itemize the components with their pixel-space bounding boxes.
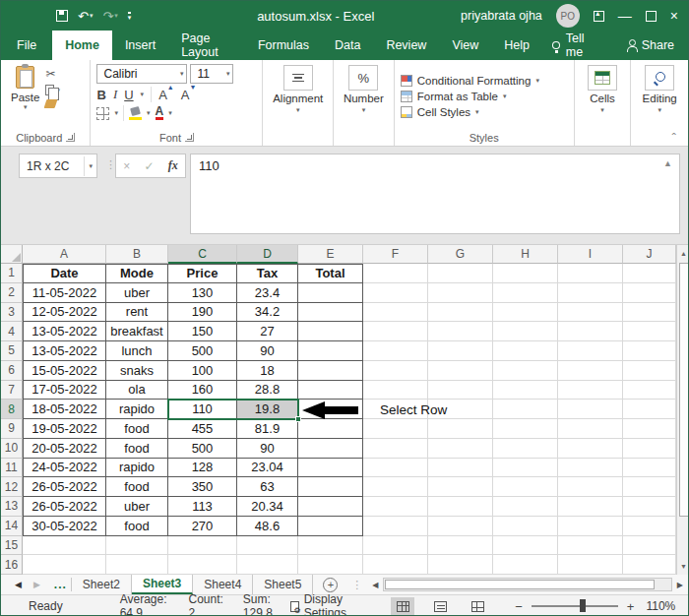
cell-F2[interactable] xyxy=(363,283,428,303)
cell-C11[interactable]: 128 xyxy=(168,459,237,478)
cell-B4[interactable]: breakfast xyxy=(106,322,168,341)
cell-F6[interactable] xyxy=(363,361,428,381)
sheet-tab-sheet5[interactable]: Sheet5 xyxy=(253,575,313,594)
cell-G16[interactable] xyxy=(428,555,493,575)
cell-H1[interactable] xyxy=(493,264,558,283)
format-painter-button[interactable] xyxy=(45,99,60,108)
cell-F7[interactable] xyxy=(363,381,428,400)
cell-I10[interactable] xyxy=(558,439,623,459)
tab-home[interactable]: Home xyxy=(52,31,112,60)
cell-D9[interactable]: 81.9 xyxy=(237,419,298,439)
zoom-slider[interactable] xyxy=(532,605,618,608)
cell-G5[interactable] xyxy=(428,341,493,361)
tab-view[interactable]: View xyxy=(439,31,491,60)
cell-H15[interactable] xyxy=(493,536,558,556)
tab-page-layout[interactable]: Page Layout xyxy=(168,31,245,60)
cell-H8[interactable] xyxy=(493,400,558,419)
user-name[interactable]: priyabrata ojha xyxy=(461,9,542,23)
cells-button[interactable]: Cells ▾ xyxy=(579,64,627,115)
fill-color-icon[interactable] xyxy=(129,107,142,120)
format-as-table-button[interactable]: Format as Table▾ xyxy=(401,91,539,102)
cell-B13[interactable]: uber xyxy=(106,497,168,517)
cell-E3[interactable] xyxy=(298,303,363,323)
horizontal-scrollbar[interactable] xyxy=(383,578,672,591)
cell-E4[interactable] xyxy=(298,322,363,341)
cell-B8[interactable]: rapido xyxy=(106,400,168,419)
name-box[interactable]: 1R x 2C▾ xyxy=(19,154,97,178)
cell-G1[interactable] xyxy=(428,264,493,283)
column-header-C[interactable]: C xyxy=(168,245,237,264)
copy-button[interactable]: ▾ xyxy=(45,85,60,95)
display-settings-button[interactable]: Display Settings xyxy=(290,592,351,616)
cell-I13[interactable] xyxy=(558,497,623,517)
paste-button[interactable]: Paste ▾ xyxy=(5,64,45,129)
cell-I8[interactable] xyxy=(558,400,623,419)
dialog-launcher-icon[interactable] xyxy=(185,133,194,142)
cell-B9[interactable]: food xyxy=(106,419,168,439)
cell-D14[interactable]: 48.6 xyxy=(237,517,298,536)
cell-I6[interactable] xyxy=(558,361,623,381)
maximize-icon[interactable] xyxy=(646,11,657,22)
cell-A5[interactable]: 13-05-2022 xyxy=(23,341,106,361)
row-header-13[interactable]: 13 xyxy=(1,497,23,517)
cell-A8[interactable]: 18-05-2022 xyxy=(23,400,106,419)
cell-A6[interactable]: 15-05-2022 xyxy=(23,361,106,381)
column-header-E[interactable]: E xyxy=(298,245,363,264)
cell-J8[interactable] xyxy=(623,400,676,419)
collapse-formula-bar-icon[interactable]: ▲ xyxy=(663,158,672,168)
cell-E11[interactable] xyxy=(298,459,363,478)
cell-H5[interactable] xyxy=(493,341,558,361)
conditional-formatting-button[interactable]: Conditional Formatting▾ xyxy=(401,75,539,87)
cell-A4[interactable]: 13-05-2022 xyxy=(23,322,106,341)
cell-J1[interactable] xyxy=(623,264,676,283)
row-header-15[interactable]: 15 xyxy=(1,536,23,556)
row-header-4[interactable]: 4 xyxy=(1,322,23,341)
cell-B12[interactable]: food xyxy=(106,477,168,497)
scroll-down-icon[interactable]: ▼ xyxy=(677,558,689,575)
cell-B15[interactable] xyxy=(106,536,168,556)
row-header-1[interactable]: 1 xyxy=(1,264,23,283)
cell-G7[interactable] xyxy=(428,381,493,400)
insert-function-icon[interactable]: fx xyxy=(168,158,178,173)
cell-D4[interactable]: 27 xyxy=(237,322,298,341)
vertical-scrollbar[interactable]: ▲ ▼ xyxy=(676,245,689,575)
cell-H3[interactable] xyxy=(493,303,558,323)
font-family-select[interactable]: Calibri▾ xyxy=(96,64,187,84)
cell-G6[interactable] xyxy=(428,361,493,381)
cell-G3[interactable] xyxy=(428,303,493,323)
cell-A15[interactable] xyxy=(23,536,106,556)
number-button[interactable]: % Number ▾ xyxy=(338,64,390,115)
row-header-7[interactable]: 7 xyxy=(1,381,23,400)
cell-styles-button[interactable]: Cell Styles▾ xyxy=(401,106,539,118)
borders-icon[interactable] xyxy=(96,107,109,120)
cell-B7[interactable]: ola xyxy=(106,381,168,400)
cell-H9[interactable] xyxy=(493,419,558,439)
cell-I2[interactable] xyxy=(558,283,623,303)
row-header-5[interactable]: 5 xyxy=(1,341,23,361)
cell-G2[interactable] xyxy=(428,283,493,303)
cell-C1[interactable]: Price xyxy=(168,264,237,283)
cell-D10[interactable]: 90 xyxy=(237,439,298,459)
sheet-tab-sheet3[interactable]: Sheet3 xyxy=(132,575,193,594)
scroll-left-icon[interactable]: ◀ xyxy=(368,581,382,589)
cell-H11[interactable] xyxy=(493,459,558,478)
tab-insert[interactable]: Insert xyxy=(112,31,168,60)
cell-H14[interactable] xyxy=(493,517,558,536)
increase-font-size-button[interactable]: A▲ xyxy=(158,88,174,102)
cell-D11[interactable]: 23.04 xyxy=(237,459,298,478)
cell-F9[interactable] xyxy=(363,419,428,439)
cell-E15[interactable] xyxy=(298,536,363,556)
cut-button[interactable]: ✂ xyxy=(45,67,60,81)
italic-button[interactable]: I xyxy=(113,87,117,102)
sheet-tab-sheet4[interactable]: Sheet4 xyxy=(193,575,253,594)
cell-F12[interactable] xyxy=(363,477,428,497)
bold-button[interactable]: B xyxy=(96,88,105,102)
cell-G13[interactable] xyxy=(428,497,493,517)
cell-A9[interactable]: 19-05-2022 xyxy=(23,419,106,439)
avatar[interactable]: PO xyxy=(556,4,580,28)
cell-E9[interactable] xyxy=(298,419,363,439)
collapse-ribbon-icon[interactable]: ⌃ xyxy=(670,132,678,141)
cell-B1[interactable]: Mode xyxy=(106,264,168,283)
cell-F11[interactable] xyxy=(363,459,428,478)
underline-button[interactable]: U xyxy=(124,88,133,102)
